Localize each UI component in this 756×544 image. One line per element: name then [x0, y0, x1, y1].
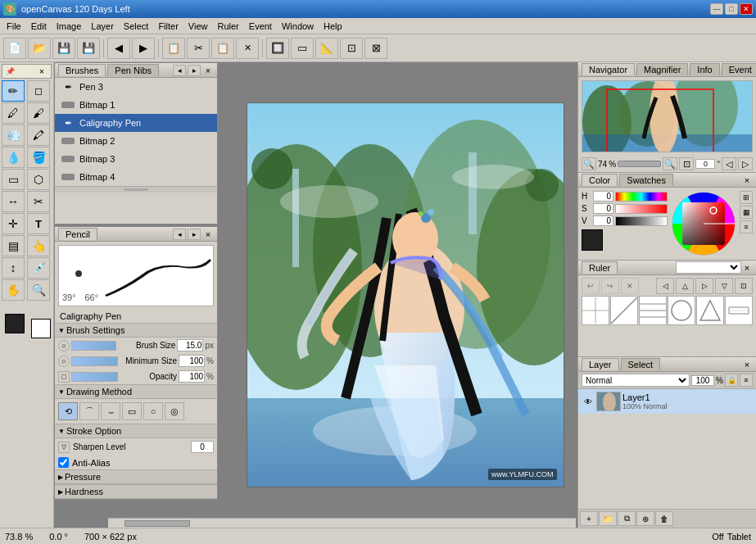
move-tool[interactable]: ✛ [2, 213, 25, 234]
color-close[interactable]: × [741, 175, 753, 186]
brushes-scroll-right[interactable]: ▸ [188, 65, 201, 76]
text-tool[interactable]: T [27, 213, 50, 234]
ruler-del[interactable]: ✕ [621, 278, 639, 294]
brush-bitmap4[interactable]: Bitmap 4 [55, 168, 217, 186]
ruler-pattern6[interactable] [725, 296, 753, 325]
layer-dup-btn[interactable]: ⧉ [618, 511, 636, 526]
dm-icon5[interactable]: ○ [143, 402, 163, 420]
maximize-button[interactable]: □ [725, 3, 738, 15]
dm-icon3[interactable]: ⌣ [101, 402, 120, 420]
arrow-tool[interactable]: ↕ [2, 257, 25, 279]
opacity-slider[interactable] [71, 372, 118, 382]
stroke-option-header[interactable]: ▼ Stroke Option [55, 424, 217, 438]
zoom-tool[interactable]: 🔍 [27, 279, 50, 301]
minimize-button[interactable]: — [710, 3, 723, 15]
select-rect-button[interactable]: ▭ [291, 38, 314, 59]
pen-nibs-tab[interactable]: Pen Nibs [107, 64, 159, 76]
layer-close[interactable]: × [741, 359, 753, 370]
new-button[interactable]: 📄 [3, 38, 26, 59]
lasso-tool[interactable]: ⬡ [27, 169, 50, 190]
brush-bitmap1[interactable]: Bitmap 1 [55, 96, 217, 114]
ruler-dropdown[interactable] [676, 261, 741, 274]
layer-opacity-input[interactable] [691, 375, 714, 386]
brushes-close[interactable]: × [202, 65, 214, 76]
zoom-reset[interactable]: ⊡ [679, 157, 694, 170]
magnifier-tab[interactable]: Magnifier [636, 63, 688, 75]
h-scroll-thumb[interactable] [124, 520, 190, 527]
transform-button[interactable]: 🔲 [266, 38, 289, 59]
angle-left[interactable]: ◁ [722, 157, 736, 170]
fill-tool[interactable]: 💧 [2, 147, 25, 168]
current-color-display[interactable] [582, 229, 603, 251]
settings-scroll-left[interactable]: ◂ [173, 229, 186, 240]
menu-image[interactable]: Image [52, 20, 87, 33]
eyedropper-tool[interactable]: 💉 [27, 257, 50, 279]
ruler-close[interactable]: × [741, 262, 753, 274]
menu-event[interactable]: Event [244, 20, 277, 33]
hand-tool[interactable]: ✋ [2, 279, 25, 301]
layer-settings-btn[interactable]: ≡ [740, 374, 753, 387]
event-tab[interactable]: Event [722, 63, 756, 75]
brush-bitmap2[interactable]: Bitmap 2 [55, 132, 217, 150]
zoom-actual-button[interactable]: ⊠ [364, 38, 387, 59]
layer-eye-icon[interactable]: 👁 [582, 395, 595, 408]
select-button[interactable]: 📐 [315, 38, 338, 59]
angle-input[interactable] [695, 159, 715, 169]
menu-view[interactable]: View [183, 20, 213, 33]
brush-pen3[interactable]: ✒ Pen 3 [55, 78, 217, 96]
pencil-tab[interactable]: Pencil [58, 228, 97, 240]
smudge-tool[interactable]: 👆 [27, 235, 50, 256]
layer-add-btn[interactable]: + [580, 511, 598, 526]
zoom-slider[interactable] [618, 161, 661, 167]
min-size-slider[interactable] [71, 356, 118, 366]
menu-layer[interactable]: Layer [86, 20, 119, 33]
dm-icon6[interactable]: ◎ [165, 402, 184, 420]
eraser-tool[interactable]: ◻ [27, 80, 50, 102]
brushes-tab[interactable]: Brushes [58, 64, 106, 76]
zoom-in-icon[interactable]: 🔍 [663, 157, 677, 170]
ruler-right-arr[interactable]: ▷ [695, 278, 713, 294]
dm-icon4[interactable]: ▭ [122, 402, 142, 420]
brush-size-toggle[interactable]: ○ [58, 340, 70, 351]
brush-size-input[interactable] [177, 339, 203, 351]
ruler-pattern4[interactable] [668, 296, 695, 325]
grad-tool[interactable]: ▤ [2, 235, 25, 256]
bucket-tool[interactable]: 🪣 [27, 147, 50, 168]
save-as-button[interactable]: 💾 [77, 38, 100, 59]
brushes-resize-handle[interactable] [55, 186, 217, 193]
redo-button[interactable]: ▶ [132, 38, 155, 59]
menu-select[interactable]: Select [119, 20, 154, 33]
v-input[interactable] [593, 215, 613, 226]
canvas[interactable]: www.YLMFU.COM [247, 102, 564, 487]
color-hex-btn[interactable]: ≡ [740, 220, 753, 233]
color-wheel-container[interactable] [671, 191, 736, 256]
menu-file[interactable]: File [2, 20, 26, 33]
save-button[interactable]: 💾 [52, 38, 75, 59]
dm-icon2[interactable]: ⌒ [79, 402, 99, 420]
ruler-tab[interactable]: Ruler [582, 261, 618, 274]
ruler-down-arr[interactable]: ▽ [715, 278, 733, 294]
brush-settings-header[interactable]: ▼ Brush Settings [55, 323, 217, 338]
menu-ruler[interactable]: Ruler [213, 20, 244, 33]
foreground-color[interactable] [5, 314, 25, 333]
undo-button[interactable]: ◀ [107, 38, 130, 59]
ruler-left-arr[interactable]: ◁ [656, 278, 674, 294]
delete-button[interactable]: ✕ [236, 38, 259, 59]
paste-button[interactable]: 📋 [211, 38, 234, 59]
zoom-fit-button[interactable]: ⊡ [340, 38, 363, 59]
marker-tool[interactable]: 🖍 [27, 125, 50, 146]
color-rgb-btn[interactable]: ▦ [740, 206, 753, 219]
zoom-out-icon[interactable]: 🔍 [582, 157, 596, 170]
brushes-scroll-left[interactable]: ◂ [173, 65, 186, 76]
swatches-tab[interactable]: Swatches [619, 174, 673, 186]
ruler-redo[interactable]: ↪ [601, 278, 619, 294]
opacity-toggle[interactable]: □ [58, 371, 70, 383]
s-input[interactable] [593, 203, 613, 214]
v-slider[interactable] [615, 216, 668, 226]
blend-mode-select[interactable]: Normal [582, 374, 690, 387]
pen-tool[interactable]: 🖊 [2, 102, 25, 124]
background-color[interactable] [31, 319, 51, 338]
ruler-pattern1[interactable] [582, 296, 609, 325]
menu-help[interactable]: Help [319, 20, 347, 33]
menu-edit[interactable]: Edit [26, 20, 52, 33]
